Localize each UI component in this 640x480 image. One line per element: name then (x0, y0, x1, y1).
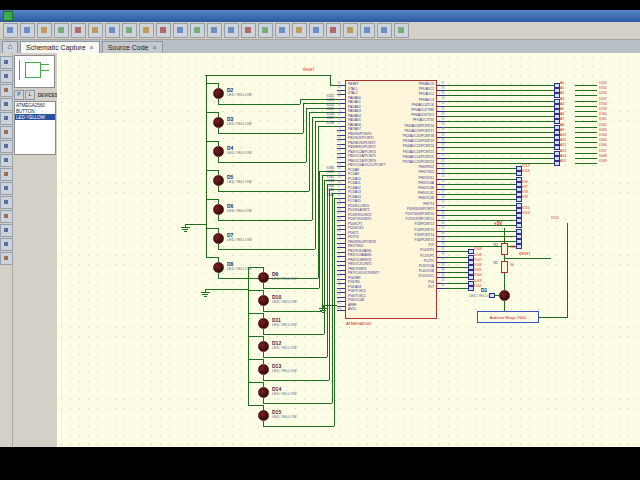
wire[interactable] (330, 75, 331, 85)
cut-icon[interactable] (292, 23, 307, 38)
wire[interactable] (206, 112, 218, 113)
led-D9[interactable] (258, 272, 269, 283)
wire[interactable] (445, 173, 516, 174)
export-icon[interactable] (71, 23, 86, 38)
wire[interactable] (575, 127, 597, 128)
tab-schematic-capture[interactable]: Schematic Capture× (20, 41, 100, 53)
wire[interactable] (445, 121, 554, 122)
led-D2[interactable] (213, 88, 224, 99)
pick-L-button[interactable]: L (25, 90, 35, 100)
wire[interactable] (445, 194, 516, 195)
virtual-instruments-mode-icon[interactable] (0, 252, 13, 265)
wire[interactable] (206, 83, 218, 84)
led-D6[interactable] (213, 204, 224, 215)
wire[interactable] (315, 121, 316, 249)
wire[interactable] (206, 257, 218, 258)
wire[interactable] (575, 153, 597, 154)
close-icon[interactable]: × (152, 44, 156, 51)
wire[interactable] (575, 111, 597, 112)
open-project-icon[interactable] (20, 23, 35, 38)
led-D11[interactable] (258, 318, 269, 329)
wire[interactable] (445, 262, 468, 263)
text-script-mode-icon[interactable] (0, 112, 13, 125)
wire[interactable] (445, 225, 516, 226)
wire[interactable] (445, 189, 516, 190)
false-origin-icon[interactable] (156, 23, 171, 38)
undo-icon[interactable] (258, 23, 273, 38)
wire[interactable] (218, 220, 312, 221)
zoom-area-icon[interactable] (241, 23, 256, 38)
save-project-icon[interactable] (37, 23, 52, 38)
refresh-icon[interactable] (122, 23, 137, 38)
wire[interactable] (445, 158, 554, 159)
design-overview[interactable] (14, 55, 55, 88)
wire[interactable] (575, 158, 597, 159)
block-delete-icon[interactable] (394, 23, 409, 38)
wire[interactable] (575, 116, 597, 117)
wire[interactable] (445, 272, 468, 273)
wire[interactable] (445, 106, 554, 107)
wire[interactable] (248, 313, 263, 314)
copy-icon[interactable] (309, 23, 324, 38)
pick-P-button[interactable]: P (14, 90, 24, 100)
wire[interactable] (445, 163, 554, 164)
wire[interactable] (329, 189, 330, 380)
wire[interactable] (445, 147, 554, 148)
center-at-cursor-icon[interactable] (173, 23, 188, 38)
component-mode-icon[interactable] (0, 70, 13, 83)
wire[interactable] (445, 231, 516, 232)
wire[interactable] (575, 101, 597, 102)
wire[interactable] (504, 228, 505, 243)
wire[interactable] (445, 132, 554, 133)
wire[interactable] (263, 311, 322, 312)
led-D4[interactable] (213, 146, 224, 157)
wire[interactable] (445, 257, 468, 258)
wire[interactable] (445, 215, 516, 216)
wire[interactable] (263, 288, 319, 289)
wire[interactable] (494, 295, 499, 296)
wire[interactable] (248, 290, 263, 291)
wire[interactable] (327, 184, 328, 357)
wire[interactable] (445, 95, 554, 96)
terminal-icon[interactable] (516, 244, 522, 249)
wire-label-mode-icon[interactable] (0, 98, 13, 111)
wire[interactable] (445, 288, 468, 289)
wire[interactable] (445, 85, 554, 86)
block-copy-icon[interactable] (343, 23, 358, 38)
wire[interactable] (445, 251, 468, 252)
paste-icon[interactable] (326, 23, 341, 38)
wire[interactable] (504, 273, 505, 290)
led-D1[interactable] (499, 290, 510, 301)
block-move-icon[interactable] (360, 23, 375, 38)
wire[interactable] (263, 334, 324, 335)
wire[interactable] (575, 95, 597, 96)
wire[interactable] (445, 267, 468, 268)
wire[interactable] (306, 108, 307, 162)
led-D3[interactable] (213, 117, 224, 128)
import-icon[interactable] (54, 23, 69, 38)
wire[interactable] (567, 223, 568, 318)
mark-area-icon[interactable] (105, 23, 120, 38)
device-list[interactable]: ATMEGA2560BUTTONLED-YELLOW (14, 101, 56, 155)
wire[interactable] (218, 162, 306, 163)
wire[interactable] (445, 283, 468, 284)
led-D12[interactable] (258, 341, 269, 352)
wire[interactable] (263, 426, 334, 427)
resistor-R1[interactable] (501, 243, 508, 255)
wire[interactable] (248, 336, 263, 337)
wire[interactable] (218, 191, 309, 192)
generator-mode-icon[interactable] (0, 210, 13, 223)
wire[interactable] (445, 142, 554, 143)
wire[interactable] (575, 147, 597, 148)
wire[interactable] (445, 111, 554, 112)
wire[interactable] (206, 141, 218, 142)
print-icon[interactable] (88, 23, 103, 38)
new-project-icon[interactable] (3, 23, 18, 38)
wire[interactable] (445, 277, 468, 278)
redo-icon[interactable] (275, 23, 290, 38)
wire[interactable] (445, 199, 516, 200)
led-D5[interactable] (213, 175, 224, 186)
current-probe-mode-icon[interactable] (0, 238, 13, 251)
wire[interactable] (218, 104, 300, 105)
voltage-probe-mode-icon[interactable] (0, 224, 13, 237)
